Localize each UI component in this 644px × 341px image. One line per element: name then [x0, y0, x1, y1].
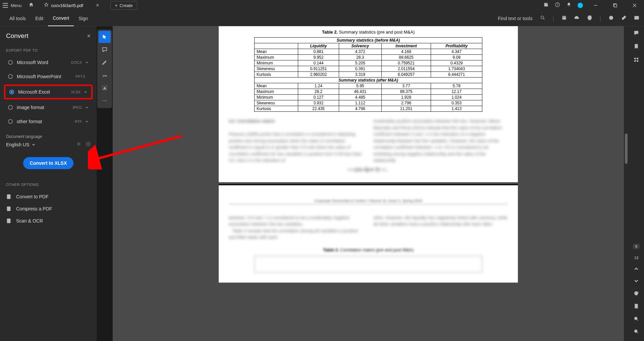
titlebar-right: ?: [543, 0, 641, 11]
export-option-powerpoint[interactable]: Microsoft PowerPoint PPTX: [4, 70, 93, 83]
convert-to-pdf-item[interactable]: Convert to PDF: [4, 191, 93, 203]
panel-title: Convert: [6, 32, 29, 40]
home-icon[interactable]: [29, 2, 34, 9]
rotate-icon[interactable]: [634, 291, 639, 297]
save-icon[interactable]: [561, 15, 567, 22]
zoom-out-icon[interactable]: [634, 329, 639, 336]
avatar[interactable]: [578, 3, 583, 8]
vertical-toolbar: A ···: [97, 26, 113, 341]
link-icon[interactable]: [621, 15, 627, 22]
svg-rect-31: [637, 60, 638, 62]
mail-icon[interactable]: [634, 15, 639, 22]
language-select[interactable]: English US: [6, 142, 35, 147]
gear-icon[interactable]: [76, 142, 81, 148]
help-icon[interactable]: ?: [86, 142, 91, 148]
scrollbar[interactable]: [624, 26, 629, 341]
menu-icon[interactable]: [3, 3, 8, 8]
radio-unchecked[interactable]: [8, 74, 13, 79]
tab-all-tools[interactable]: All tools: [5, 11, 31, 26]
svg-point-25: [8, 220, 9, 222]
svg-point-1: [546, 3, 548, 4]
radio-unchecked[interactable]: [8, 105, 13, 110]
titlebar: Menu cocv16i3art5.pdf × + Create ?: [0, 0, 644, 11]
minimize-button[interactable]: [589, 0, 602, 11]
star-icon[interactable]: [44, 2, 49, 8]
export-name: image format: [17, 105, 72, 110]
export-option-word[interactable]: Microsoft Word DOCX: [4, 56, 93, 68]
document-tab[interactable]: cocv16i3art5.pdf ×: [41, 0, 103, 11]
doc-language-label: Document language: [4, 134, 93, 139]
toolbar2-right: Find text or tools | |: [498, 15, 639, 22]
bell-icon[interactable]: [566, 2, 572, 9]
print-icon[interactable]: [587, 15, 592, 22]
chevron-down-icon: [32, 143, 35, 146]
grid-icon[interactable]: [634, 57, 639, 64]
table-row: Mean1.245.953.775.78: [255, 83, 482, 89]
radio-unchecked[interactable]: [8, 60, 13, 65]
secondary-toolbar: All tools Edit Convert Sign Find text or…: [0, 11, 644, 26]
page-down-icon[interactable]: [634, 279, 639, 285]
export-option-excel[interactable]: Microsoft Excel XLSX: [4, 85, 93, 99]
table-row: Minimum0.1274.4851.9281.024: [255, 95, 482, 100]
right-panel: 6 13: [629, 26, 644, 341]
titlebar-left: Menu cocv16i3art5.pdf × + Create: [3, 0, 137, 11]
help-icon[interactable]: ?: [555, 2, 560, 9]
chevron-down-icon[interactable]: [85, 106, 89, 109]
bookmark-icon[interactable]: [634, 44, 639, 50]
table-header: [255, 43, 298, 49]
document-area[interactable]: Table 2. Summary statistics (pre and pos…: [113, 26, 624, 341]
chevron-down-icon[interactable]: [85, 61, 89, 64]
tab-sign[interactable]: Sign: [74, 11, 93, 26]
zoom-in-icon[interactable]: [634, 316, 639, 323]
close-button[interactable]: [628, 0, 641, 11]
svg-text:?: ?: [557, 3, 558, 6]
compress-pdf-item[interactable]: Compress a PDF: [4, 203, 93, 215]
table-row: Maximum9.95228.388.66259.09: [255, 55, 482, 60]
tab-close-icon[interactable]: ×: [96, 2, 99, 8]
blurred-header: Corporate Ownership & Control / Volume 1…: [229, 199, 508, 204]
cloud-icon[interactable]: [574, 15, 580, 22]
blurred-formula: r = Σ(Xi-X̄)(Yi-Ȳ) / √...: [229, 167, 508, 172]
svg-rect-14: [589, 18, 591, 20]
other-item-label: Compress a PDF: [16, 206, 52, 211]
panel-close-icon[interactable]: ×: [87, 33, 91, 40]
export-option-other[interactable]: other format RTF: [4, 115, 93, 128]
language-value: English US: [6, 142, 29, 147]
search-icon[interactable]: [540, 15, 545, 22]
tab-title: cocv16i3art5.pdf: [51, 3, 83, 8]
tab-edit[interactable]: Edit: [31, 11, 48, 26]
ai-assistant-icon[interactable]: [543, 2, 549, 9]
draw-tool[interactable]: [99, 69, 111, 81]
radio-unchecked[interactable]: [8, 119, 13, 124]
highlight-tool[interactable]: [99, 56, 111, 68]
text-tool[interactable]: A: [99, 82, 111, 94]
blurred-table: [254, 256, 482, 273]
comment-tool[interactable]: [99, 44, 111, 56]
svg-text:A: A: [104, 87, 106, 90]
select-tool[interactable]: [99, 31, 111, 43]
maximize-button[interactable]: [608, 0, 622, 11]
scan-ocr-item[interactable]: Scan & OCR: [4, 215, 93, 227]
signature-icon[interactable]: [608, 15, 614, 22]
more-tools[interactable]: ···: [99, 95, 111, 107]
menu-label[interactable]: Menu: [11, 3, 22, 8]
chat-icon[interactable]: [634, 30, 639, 37]
svg-line-35: [637, 320, 638, 321]
table-row: Skewness0.9112510.3912.0115541.734043: [255, 66, 482, 72]
export-option-image[interactable]: image format JPEG: [4, 101, 93, 113]
table-header: Investment: [381, 43, 431, 49]
page-current-badge[interactable]: 6: [633, 244, 640, 249]
tab-convert[interactable]: Convert: [48, 11, 74, 26]
svg-line-10: [543, 18, 544, 19]
radio-checked[interactable]: [9, 90, 14, 94]
create-button[interactable]: + Create: [110, 1, 137, 10]
scroll-thumb[interactable]: [625, 134, 628, 164]
table-header: Liquidity: [298, 43, 339, 49]
page-up-icon[interactable]: [634, 266, 639, 273]
plus-icon: +: [115, 3, 117, 8]
chevron-down-icon[interactable]: [85, 120, 89, 123]
convert-button[interactable]: Convert to XLSX: [23, 157, 73, 169]
page-view-icon[interactable]: [634, 303, 639, 310]
export-fmt: PPTX: [75, 75, 85, 79]
chevron-down-icon[interactable]: [84, 90, 87, 94]
